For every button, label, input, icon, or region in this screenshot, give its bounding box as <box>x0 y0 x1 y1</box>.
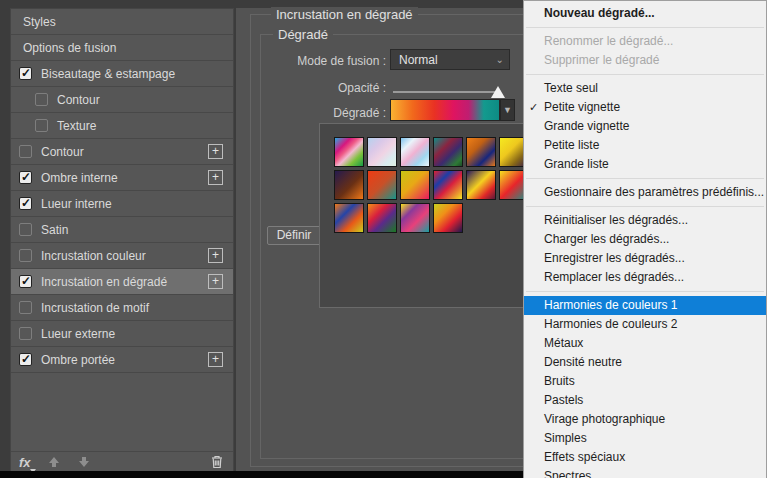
blend-mode-dropdown[interactable]: Normal ⌄ <box>390 49 510 70</box>
blend-mode-value: Normal <box>399 53 438 67</box>
checked-checkbox[interactable] <box>19 197 32 210</box>
gradient-swatch-r3c4[interactable] <box>433 203 463 233</box>
unchecked-checkbox[interactable] <box>35 93 48 106</box>
menu-item-texte-seul[interactable]: Texte seul <box>524 79 766 98</box>
menu-item-supprimer-le-degrade: Supprimer le dégradé <box>524 51 766 70</box>
sidebar-item-biseautage-estampage[interactable]: Biseautage & estampage <box>11 61 233 87</box>
sidebar-item-lueur-interne[interactable]: Lueur interne <box>11 191 233 217</box>
gradient-preview[interactable] <box>390 99 500 121</box>
gradient-swatch-grid <box>334 137 532 236</box>
menu-item-nouveau-degrade[interactable]: Nouveau dégradé... <box>524 4 766 23</box>
menu-item-charger-les-degrades[interactable]: Charger les dégradés... <box>524 230 766 249</box>
sidebar-item-label: Incrustation couleur <box>41 249 146 263</box>
unchecked-checkbox[interactable] <box>19 301 32 314</box>
unchecked-checkbox[interactable] <box>35 119 48 132</box>
trash-icon <box>210 454 224 469</box>
menu-item-harmonies-de-couleurs-1[interactable]: Harmonies de couleurs 1 <box>524 296 766 315</box>
menu-item-label: Supprimer le dégradé <box>544 53 659 67</box>
sidebar-item-ombre-portee[interactable]: Ombre portée+ <box>11 347 233 373</box>
sidebar-item-label: Ombre portée <box>41 353 115 367</box>
sidebar-item-incrustation-en-degrade[interactable]: Incrustation en dégradé+ <box>11 269 233 295</box>
menu-item-virage-photographique[interactable]: Virage photographique <box>524 410 766 429</box>
menu-item-label: Charger les dégradés... <box>544 232 669 246</box>
menu-item-label: Métaux <box>544 336 583 350</box>
menu-item-label: Nouveau dégradé... <box>544 6 655 20</box>
sidebar-item-lueur-externe[interactable]: Lueur externe <box>11 321 233 347</box>
menu-item-label: Grande vignette <box>544 119 629 133</box>
menu-item-densite-neutre[interactable]: Densité neutre <box>524 353 766 372</box>
menu-item-harmonies-de-couleurs-2[interactable]: Harmonies de couleurs 2 <box>524 315 766 334</box>
unchecked-checkbox[interactable] <box>19 249 32 262</box>
add-effect-instance-icon[interactable]: + <box>208 248 223 263</box>
gradient-swatch-r3c1[interactable] <box>334 203 364 233</box>
gradient-swatch-r1c5[interactable] <box>466 137 496 167</box>
menu-item-effets-speciaux[interactable]: Effets spéciaux <box>524 448 766 467</box>
menu-item-metaux[interactable]: Métaux <box>524 334 766 353</box>
move-effect-up-button[interactable] <box>47 455 61 469</box>
sidebar-item-texture[interactable]: Texture <box>11 113 233 139</box>
gradient-swatch-r1c1[interactable] <box>334 137 364 167</box>
menu-item-grande-liste[interactable]: Grande liste <box>524 155 766 174</box>
gradient-swatch-r2c1[interactable] <box>334 170 364 200</box>
gradient-swatch-r2c3[interactable] <box>400 170 430 200</box>
checked-checkbox[interactable] <box>19 353 32 366</box>
menu-item-label: Réinitialiser les dégradés... <box>544 213 688 227</box>
sidebar-item-styles[interactable]: Styles <box>11 9 233 35</box>
add-effect-instance-icon[interactable]: + <box>208 170 223 185</box>
checked-checkbox[interactable] <box>19 67 32 80</box>
sidebar-item-satin[interactable]: Satin <box>11 217 233 243</box>
checked-checkbox[interactable] <box>19 275 32 288</box>
add-effect-instance-icon[interactable]: + <box>208 274 223 289</box>
gradient-picker-chevron[interactable]: ▼ <box>500 99 515 121</box>
sidebar-item-incrustation-de-motif[interactable]: Incrustation de motif <box>11 295 233 321</box>
menu-separator <box>526 27 764 28</box>
sidebar-item-ombre-interne[interactable]: Ombre interne+ <box>11 165 233 191</box>
gradient-swatch-r2c2[interactable] <box>367 170 397 200</box>
sidebar-item-contour[interactable]: Contour <box>11 87 233 113</box>
menu-item-gestionnaire-des-parametres-predefinis[interactable]: Gestionnaire des paramètres prédéfinis..… <box>524 183 766 202</box>
menu-item-pastels[interactable]: Pastels <box>524 391 766 410</box>
sidebar-item-label: Satin <box>41 223 68 237</box>
gradient-swatch-r3c2[interactable] <box>367 203 397 233</box>
gradient-swatch-r1c4[interactable] <box>433 137 463 167</box>
unchecked-checkbox[interactable] <box>19 327 32 340</box>
menu-item-enregistrer-les-degrades[interactable]: Enregistrer les dégradés... <box>524 249 766 268</box>
menu-item-label: Harmonies de couleurs 1 <box>544 298 677 312</box>
menu-item-simples[interactable]: Simples <box>524 429 766 448</box>
gradient-swatch-r2c4[interactable] <box>433 170 463 200</box>
add-effect-instance-icon[interactable]: + <box>208 144 223 159</box>
move-effect-down-button[interactable] <box>77 455 91 469</box>
sidebar-item-label: Lueur interne <box>41 197 112 211</box>
sidebar-item-incrustation-couleur[interactable]: Incrustation couleur+ <box>11 243 233 269</box>
menu-item-label: Remplacer les dégradés... <box>544 270 684 284</box>
swatch-row-3 <box>334 203 532 233</box>
gradient-group-title: Dégradé <box>273 27 333 42</box>
sidebar-item-options-de-fusion[interactable]: Options de fusion <box>11 35 233 61</box>
delete-effect-button[interactable] <box>210 454 224 469</box>
menu-item-petite-liste[interactable]: Petite liste <box>524 136 766 155</box>
opacity-slider-track <box>393 91 501 93</box>
menu-item-grande-vignette[interactable]: Grande vignette <box>524 117 766 136</box>
fx-icon: fx <box>19 455 31 470</box>
opacity-label: Opacité : <box>276 81 386 95</box>
unchecked-checkbox[interactable] <box>19 145 32 158</box>
opacity-slider[interactable] <box>393 84 505 100</box>
menu-item-remplacer-les-degrades[interactable]: Remplacer les dégradés... <box>524 268 766 287</box>
gradient-swatch-r1c3[interactable] <box>400 137 430 167</box>
gradient-swatch-r3c3[interactable] <box>400 203 430 233</box>
add-effect-instance-icon[interactable]: + <box>208 352 223 367</box>
checked-checkbox[interactable] <box>19 171 32 184</box>
unchecked-checkbox[interactable] <box>19 223 32 236</box>
opacity-slider-thumb[interactable] <box>491 86 505 98</box>
menu-item-petite-vignette[interactable]: ✓Petite vignette <box>524 98 766 117</box>
gradient-swatch-r1c2[interactable] <box>367 137 397 167</box>
menu-item-spectres[interactable]: Spectres <box>524 467 766 478</box>
gradient-swatch-r2c5[interactable] <box>466 170 496 200</box>
menu-item-label: Grande liste <box>544 157 609 171</box>
menu-item-reinitialiser-les-degrades[interactable]: Réinitialiser les dégradés... <box>524 211 766 230</box>
sidebar-item-contour[interactable]: Contour+ <box>11 139 233 165</box>
menu-item-bruits[interactable]: Bruits <box>524 372 766 391</box>
fx-menu-button[interactable]: fx <box>19 453 31 471</box>
sidebar-item-label: Contour <box>57 93 100 107</box>
define-default-button[interactable]: Définir <box>267 226 321 245</box>
